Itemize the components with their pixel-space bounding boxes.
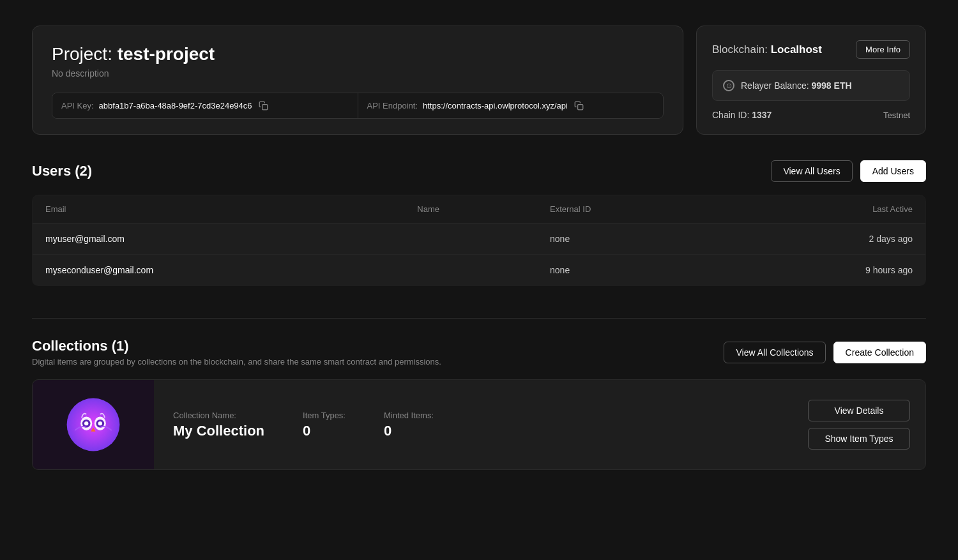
- show-item-types-button[interactable]: Show Item Types: [808, 428, 910, 450]
- api-key-label: API Key:: [61, 101, 94, 110]
- svg-point-2: [67, 398, 120, 451]
- collections-section: Collections (1) Digital items are groupe…: [32, 338, 926, 470]
- item-types-value: 0: [303, 423, 346, 439]
- collections-actions: View All Collections Create Collection: [724, 342, 926, 363]
- user-last-active: 2 days ago: [722, 223, 925, 255]
- user-email: myseconduser@gmail.com: [33, 255, 405, 286]
- svg-rect-1: [578, 105, 583, 110]
- copy-api-key-button[interactable]: [257, 100, 270, 112]
- collections-list: Collection Name: My Collection Item Type…: [32, 379, 926, 470]
- collection-name-label: Collection Name:: [173, 411, 264, 420]
- project-label: Project:: [52, 44, 112, 64]
- users-section-header: Users (2) View All Users Add Users: [32, 160, 926, 182]
- svg-point-7: [84, 421, 88, 425]
- relayer-balance-label: Relayer Balance: 9998 ETH: [741, 80, 852, 91]
- view-details-button[interactable]: View Details: [808, 400, 910, 421]
- relayer-balance-box: ⊙ Relayer Balance: 9998 ETH: [712, 70, 910, 101]
- relayer-icon: ⊙: [723, 80, 734, 91]
- col-external-id: External ID: [537, 195, 722, 223]
- add-users-button[interactable]: Add Users: [860, 160, 926, 182]
- user-name: [404, 223, 537, 255]
- collections-section-subtitle: Digital items are grouped by collections…: [32, 357, 441, 367]
- user-name: [404, 255, 537, 286]
- project-card: Project: test-project No description API…: [32, 26, 683, 135]
- chain-id-row: Chain ID: 1337 Testnet: [712, 110, 910, 120]
- user-email: myuser@gmail.com: [33, 223, 405, 255]
- section-divider: [32, 318, 926, 319]
- collection-logo-icon: [65, 396, 122, 453]
- users-table: Email Name External ID Last Active myuse…: [32, 195, 926, 286]
- svg-point-8: [98, 421, 102, 425]
- col-email: Email: [33, 195, 405, 223]
- api-endpoint-value: https://contracts-api.owlprotocol.xyz/ap…: [423, 101, 568, 110]
- user-external-id: none: [537, 223, 722, 255]
- table-row: myuser@gmail.com none 2 days ago: [33, 223, 926, 255]
- user-last-active: 9 hours ago: [722, 255, 925, 286]
- item-types-label: Item Types:: [303, 411, 346, 420]
- view-all-collections-button[interactable]: View All Collections: [724, 342, 825, 363]
- collection-image: [33, 380, 154, 469]
- project-title: Project: test-project: [52, 44, 664, 64]
- blockchain-title: Blockchain: Localhost: [712, 43, 822, 56]
- blockchain-header: Blockchain: Localhost More Info: [712, 40, 910, 59]
- api-endpoint-item: API Endpoint: https://contracts-api.owlp…: [358, 93, 664, 118]
- chain-id-label: Chain ID: 1337: [712, 110, 772, 120]
- users-actions: View All Users Add Users: [771, 160, 926, 182]
- user-external-id: none: [537, 255, 722, 286]
- project-name: test-project: [118, 44, 215, 64]
- svg-rect-0: [262, 105, 267, 110]
- minted-items-label: Minted Items:: [384, 411, 434, 420]
- collection-name-block: Collection Name: My Collection: [173, 411, 264, 439]
- blockchain-card: Blockchain: Localhost More Info ⊙ Relaye…: [696, 26, 926, 135]
- minted-items-value: 0: [384, 423, 434, 439]
- collections-section-header: Collections (1) Digital items are groupe…: [32, 338, 926, 367]
- project-description: No description: [52, 68, 664, 79]
- api-key-value: abbfa1b7-a6ba-48a8-9ef2-7cd3e24e94c6: [99, 101, 252, 110]
- collections-section-title: Collections (1): [32, 338, 441, 354]
- project-section: Project: test-project No description API…: [32, 26, 926, 135]
- collection-card: Collection Name: My Collection Item Type…: [32, 379, 926, 470]
- more-info-button[interactable]: More Info: [856, 40, 910, 59]
- copy-api-endpoint-button[interactable]: [573, 100, 585, 112]
- collections-title-block: Collections (1) Digital items are groupe…: [32, 338, 441, 367]
- table-row: myseconduser@gmail.com none 9 hours ago: [33, 255, 926, 286]
- col-name: Name: [404, 195, 537, 223]
- api-keys-row: API Key: abbfa1b7-a6ba-48a8-9ef2-7cd3e24…: [52, 93, 664, 119]
- testnet-badge: Testnet: [883, 110, 910, 120]
- api-endpoint-label: API Endpoint:: [367, 101, 418, 110]
- collection-info: Collection Name: My Collection Item Type…: [154, 411, 793, 439]
- collection-actions: View Details Show Item Types: [793, 400, 925, 450]
- api-key-item: API Key: abbfa1b7-a6ba-48a8-9ef2-7cd3e24…: [52, 93, 358, 118]
- view-all-users-button[interactable]: View All Users: [771, 160, 852, 182]
- collection-name-value: My Collection: [173, 423, 264, 439]
- users-section-title: Users (2): [32, 163, 92, 179]
- users-section: Users (2) View All Users Add Users Email…: [32, 160, 926, 286]
- item-types-block: Item Types: 0: [303, 411, 346, 439]
- minted-items-block: Minted Items: 0: [384, 411, 434, 439]
- users-table-header-row: Email Name External ID Last Active: [33, 195, 926, 223]
- create-collection-button[interactable]: Create Collection: [833, 342, 926, 363]
- col-last-active: Last Active: [722, 195, 925, 223]
